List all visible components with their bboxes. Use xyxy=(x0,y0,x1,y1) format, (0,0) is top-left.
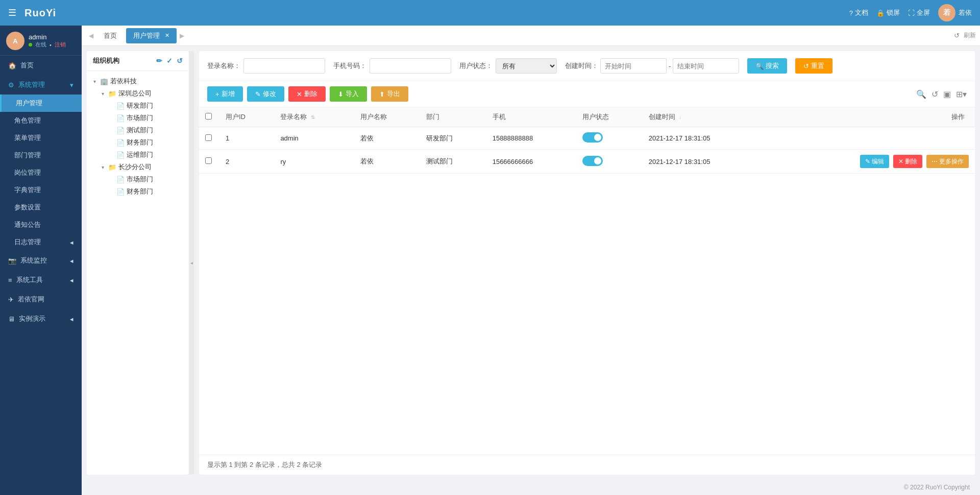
log-chevron-icon: ◂ xyxy=(70,239,74,246)
sidebar-avatar: A xyxy=(6,32,24,50)
refresh-label: 刷新 xyxy=(964,31,976,40)
row-edit-btn-2[interactable]: ✎ 编辑 xyxy=(860,155,889,168)
sidebar-item-users[interactable]: 用户管理 xyxy=(0,95,82,112)
status-toggle-2[interactable] xyxy=(582,156,603,166)
main-layout: A admin 在线 • 注销 🏠 首页 ⚙ 系统管理 xyxy=(0,26,980,495)
sidebar-user: A admin 在线 • 注销 xyxy=(0,26,82,56)
tab-home[interactable]: 首页 xyxy=(96,28,124,43)
table-search-icon[interactable]: 🔍 xyxy=(916,89,926,99)
finance-sz-file-icon: 📄 xyxy=(116,139,125,147)
sidebar-item-notice[interactable]: 通知公告 xyxy=(0,216,82,233)
td-name-1: 若依 xyxy=(354,127,421,150)
org-refresh-icon[interactable]: ↺ xyxy=(177,57,183,65)
doc-link[interactable]: ? 文档 xyxy=(849,8,868,17)
tree-node-ops[interactable]: 📄 运维部门 xyxy=(105,149,187,161)
tree-node-shenzhen[interactable]: ▾ 📁 深圳总公司 xyxy=(97,87,187,100)
th-id: 用户ID xyxy=(219,107,274,127)
status-select[interactable]: 所有 正常 停用 xyxy=(496,58,557,74)
import-btn[interactable]: ⬇ 导入 xyxy=(330,86,367,102)
fullscreen-btn[interactable]: ⛶ 全屏 xyxy=(908,8,930,17)
sort-icon: ⇅ xyxy=(311,114,315,120)
refresh-tab-btn[interactable]: ↺ xyxy=(954,32,960,39)
td-checkbox-1[interactable] xyxy=(199,127,219,150)
row-checkbox-2[interactable] xyxy=(205,157,212,164)
website-icon: ✈ xyxy=(8,296,14,303)
tree-node-test[interactable]: 📄 测试部门 xyxy=(105,124,187,136)
th-dept: 部门 xyxy=(420,107,486,127)
sidebar-post-label: 岗位管理 xyxy=(14,168,41,177)
sidebar-group-demo[interactable]: 🖥 实例演示 ◂ xyxy=(0,309,82,328)
td-status-1[interactable] xyxy=(576,127,643,150)
th-created-time[interactable]: 创建时间 ↓ xyxy=(643,107,769,127)
export-btn[interactable]: ⬆ 导出 xyxy=(371,86,408,102)
user-avatar-header[interactable]: 若 若依 xyxy=(938,4,972,21)
status-toggle-1[interactable] xyxy=(582,132,603,143)
search-btn[interactable]: 🔍 搜索 xyxy=(747,58,787,74)
end-date-input[interactable] xyxy=(673,58,739,74)
sidebar-item-params[interactable]: 参数设置 xyxy=(0,199,82,216)
lock-icon: 🔒 xyxy=(876,9,885,17)
table-col-icon[interactable]: ▣ xyxy=(943,89,951,99)
tab-nav-left[interactable]: ◀ xyxy=(86,32,96,39)
sidebar-item-website[interactable]: ✈ 若依官网 xyxy=(0,290,82,309)
table-grid-icon[interactable]: ⊞▾ xyxy=(956,89,967,99)
edit-btn-label: 修改 xyxy=(263,89,276,99)
tree-changsha-label: 长沙分公司 xyxy=(118,162,152,172)
table-row: 2 ry 若依 测试部门 15666666666 2021-12-17 18:3… xyxy=(199,150,975,174)
finance-cs-file-icon: 📄 xyxy=(116,188,125,196)
tree-node-finance-cs[interactable]: 📄 财务部门 xyxy=(105,185,187,198)
sidebar-item-home[interactable]: 🏠 首页 xyxy=(0,56,82,75)
select-all-checkbox[interactable] xyxy=(205,113,212,120)
table-row: 1 admin 若依 研发部门 15888888888 2021-12-17 1… xyxy=(199,127,975,150)
th-login-name[interactable]: 登录名称 ⇅ xyxy=(274,107,354,127)
org-confirm-icon[interactable]: ✓ xyxy=(166,57,173,65)
td-status-2[interactable] xyxy=(576,150,643,174)
table-refresh-icon[interactable]: ↺ xyxy=(932,89,938,99)
tree-node-root[interactable]: ▾ 🏢 若依科技 xyxy=(89,75,187,87)
sidebar-item-roles[interactable]: 角色管理 xyxy=(0,112,82,129)
org-edit-icon[interactable]: ✏ xyxy=(156,57,162,65)
sidebar-item-dept[interactable]: 部门管理 xyxy=(0,147,82,164)
tab-nav-right[interactable]: ▶ xyxy=(177,32,187,39)
sidebar-item-dict[interactable]: 字典管理 xyxy=(0,181,82,199)
delete-icon: ✕ xyxy=(297,90,302,98)
row-checkbox-1[interactable] xyxy=(205,134,212,141)
delete-btn[interactable]: ✕ 删除 xyxy=(288,86,326,102)
sidebar-group-system[interactable]: ⚙ 系统管理 ▾ xyxy=(0,75,82,95)
login-name-input[interactable] xyxy=(243,58,325,74)
doc-icon: ? xyxy=(849,9,853,17)
tree-node-finance-sz[interactable]: 📄 财务部门 xyxy=(105,136,187,149)
tree-node-changsha[interactable]: ▾ 📁 长沙分公司 xyxy=(97,161,187,173)
reset-btn[interactable]: ↺ 重置 xyxy=(795,58,832,74)
sidebar-item-log[interactable]: 日志管理 ◂ xyxy=(0,233,82,251)
phone-input[interactable] xyxy=(370,58,451,74)
tree-node-rd[interactable]: 📄 研发部门 xyxy=(105,100,187,112)
org-panel-collapse-btn[interactable]: ◂ xyxy=(189,51,194,475)
sidebar-item-menus[interactable]: 菜单管理 xyxy=(0,129,82,147)
row-delete-btn-2[interactable]: ✕ 删除 xyxy=(893,155,922,168)
logout-btn[interactable]: 注销 xyxy=(55,41,66,49)
sidebar-group-tools[interactable]: ≡ 系统工具 ◂ xyxy=(0,270,82,290)
td-time-1: 2021-12-17 18:31:05 xyxy=(643,127,769,150)
sidebar-group-monitor[interactable]: 📷 系统监控 ◂ xyxy=(0,251,82,270)
td-phone-2: 15666666666 xyxy=(486,150,576,174)
add-btn[interactable]: + 新增 xyxy=(207,86,243,102)
header-right: ? 文档 🔒 锁屏 ⛶ 全屏 若 若依 xyxy=(849,4,972,21)
tree-node-market[interactable]: 📄 市场部门 xyxy=(105,112,187,124)
monitor-icon: 📷 xyxy=(8,257,16,265)
expand-shenzhen-icon: ▾ xyxy=(99,91,106,97)
start-date-input[interactable] xyxy=(600,58,667,74)
lock-screen-btn[interactable]: 🔒 锁屏 xyxy=(876,8,900,17)
hamburger-icon[interactable]: ☰ xyxy=(8,7,16,18)
home-icon: 🏠 xyxy=(8,62,16,69)
tab-close-icon[interactable]: ✕ xyxy=(165,32,169,39)
tree-node-market-cs[interactable]: 📄 市场部门 xyxy=(105,173,187,185)
td-checkbox-2[interactable] xyxy=(199,150,219,174)
org-panel-wrapper: 组织机构 ✏ ✓ ↺ ▾ 🏢 若依科技 xyxy=(87,51,194,475)
row-more-btn-2[interactable]: ⋯ 更多操作 xyxy=(926,155,969,168)
edit-btn[interactable]: ✎ 修改 xyxy=(247,86,284,102)
sidebar-item-post[interactable]: 岗位管理 xyxy=(0,164,82,181)
org-tree: ▾ 🏢 若依科技 ▾ 📁 深圳总公司 xyxy=(87,71,189,475)
page-content: 组织机构 ✏ ✓ ↺ ▾ 🏢 若依科技 xyxy=(82,46,980,480)
tab-users[interactable]: 用户管理 ✕ xyxy=(126,28,177,43)
